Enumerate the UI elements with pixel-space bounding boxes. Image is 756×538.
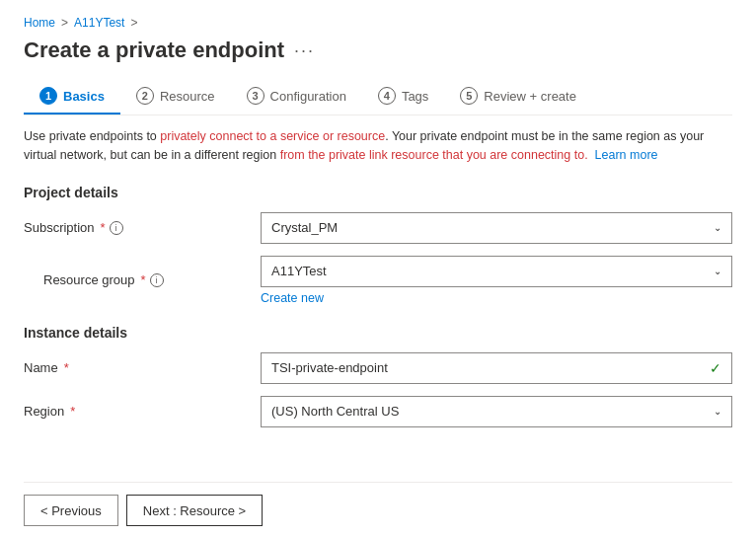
tab-basics-label: Basics bbox=[63, 89, 105, 104]
name-label: Name bbox=[24, 360, 58, 375]
name-input[interactable]: TSI-private-endpoint ✓ bbox=[261, 352, 732, 384]
page-title: Create a private endpoint bbox=[24, 38, 284, 63]
region-label: Region bbox=[24, 404, 64, 419]
tab-bar: 1 Basics 2 Resource 3 Configuration 4 Ta… bbox=[24, 79, 732, 115]
region-value: (US) North Central US bbox=[271, 404, 399, 419]
subscription-dropdown[interactable]: Crystal_PM ⌄ bbox=[261, 212, 732, 244]
tab-resource-label: Resource bbox=[160, 89, 215, 104]
tab-tags[interactable]: 4 Tags bbox=[362, 79, 444, 115]
resource-group-label: Resource group bbox=[43, 272, 135, 287]
region-dropdown[interactable]: (US) North Central US ⌄ bbox=[261, 396, 732, 427]
tab-configuration[interactable]: 3 Configuration bbox=[231, 79, 362, 115]
tab-review-label: Review + create bbox=[484, 89, 576, 104]
description-text: Use private endpoints to privately conne… bbox=[24, 127, 732, 165]
subscription-chevron-icon: ⌄ bbox=[714, 222, 721, 233]
name-required: * bbox=[64, 360, 69, 375]
subscription-value: Crystal_PM bbox=[271, 220, 338, 235]
subscription-row: Subscription * i Crystal_PM ⌄ bbox=[24, 212, 732, 244]
tab-basics[interactable]: 1 Basics bbox=[24, 79, 120, 115]
name-row: Name * TSI-private-endpoint ✓ bbox=[24, 352, 732, 384]
breadcrumb-resource[interactable]: A11YTest bbox=[74, 16, 124, 30]
previous-button[interactable]: < Previous bbox=[24, 495, 118, 526]
project-details-header: Project details bbox=[24, 185, 732, 200]
more-options-icon[interactable]: ··· bbox=[294, 40, 315, 61]
resource-group-required: * bbox=[141, 272, 146, 287]
breadcrumb-sep2: > bbox=[130, 16, 137, 30]
tab-configuration-label: Configuration bbox=[270, 89, 346, 104]
resource-group-value: A11YTest bbox=[271, 264, 327, 278]
desc-highlight2: from the private link resource that you … bbox=[280, 148, 588, 162]
tab-tags-num: 4 bbox=[378, 87, 396, 105]
name-check-icon: ✓ bbox=[710, 360, 721, 376]
desc-part1: Use private endpoints to bbox=[24, 129, 160, 143]
subscription-label: Subscription bbox=[24, 220, 95, 235]
resource-group-info-icon[interactable]: i bbox=[150, 273, 164, 287]
resource-group-row: Resource group * i A11YTest ⌄ Create new bbox=[24, 256, 732, 305]
tab-basics-num: 1 bbox=[39, 87, 57, 105]
create-new-link[interactable]: Create new bbox=[261, 291, 324, 305]
footer: < Previous Next : Resource > bbox=[24, 482, 732, 538]
tab-tags-label: Tags bbox=[402, 89, 428, 104]
region-required: * bbox=[70, 404, 75, 419]
instance-details-header: Instance details bbox=[24, 325, 732, 341]
next-button[interactable]: Next : Resource > bbox=[126, 495, 263, 526]
subscription-required: * bbox=[101, 220, 106, 235]
breadcrumb-sep1: > bbox=[61, 16, 68, 30]
name-value: TSI-private-endpoint bbox=[271, 360, 388, 375]
tab-resource[interactable]: 2 Resource bbox=[120, 79, 231, 115]
resource-group-chevron-icon: ⌄ bbox=[714, 266, 721, 276]
breadcrumb: Home > A11YTest > bbox=[24, 16, 732, 30]
region-chevron-icon: ⌄ bbox=[714, 406, 721, 417]
breadcrumb-home[interactable]: Home bbox=[24, 16, 55, 30]
resource-group-dropdown[interactable]: A11YTest ⌄ bbox=[261, 256, 732, 287]
learn-more-link[interactable]: Learn more bbox=[595, 148, 658, 162]
desc-highlight1: privately connect to a service or resour… bbox=[160, 129, 385, 143]
subscription-info-icon[interactable]: i bbox=[110, 221, 123, 235]
tab-review-create[interactable]: 5 Review + create bbox=[444, 79, 592, 115]
region-row: Region * (US) North Central US ⌄ bbox=[24, 396, 732, 427]
tab-review-num: 5 bbox=[460, 87, 478, 105]
tab-configuration-num: 3 bbox=[247, 87, 265, 105]
tab-resource-num: 2 bbox=[136, 87, 154, 105]
